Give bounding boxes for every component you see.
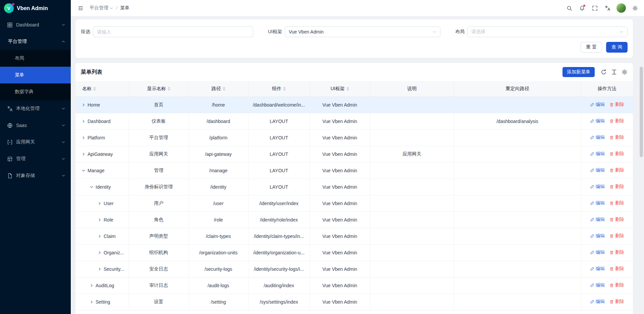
edit-button[interactable]: 编辑	[590, 299, 605, 305]
sidebar-item[interactable]: Saas	[0, 117, 71, 134]
column-header-component[interactable]: 组件	[248, 81, 310, 97]
edit-button[interactable]: 编辑	[590, 282, 605, 288]
table-row[interactable]: Setting设置/setting/sys/settings/indexVue …	[75, 294, 633, 310]
delete-label: 删除	[615, 134, 624, 140]
delete-button[interactable]: 删除	[609, 249, 624, 255]
edit-button[interactable]: 编辑	[590, 249, 605, 255]
page-scrollbar[interactable]	[640, 16, 643, 311]
edit-button[interactable]: 编辑	[590, 102, 605, 108]
expand-row-icon[interactable]	[98, 218, 102, 222]
edit-button[interactable]: 编辑	[590, 167, 605, 173]
delete-button[interactable]: 删除	[609, 184, 624, 190]
edit-button[interactable]: 编辑	[590, 151, 605, 157]
delete-button[interactable]: 删除	[609, 102, 624, 108]
column-settings-icon[interactable]	[622, 69, 628, 75]
app-logo[interactable]: V Vben Admin	[0, 0, 71, 16]
table-row[interactable]: User用户/user/identity/user/indexVue Vben …	[75, 195, 633, 211]
delete-button[interactable]: 删除	[609, 118, 624, 124]
cell-redirect	[454, 211, 581, 228]
expand-row-icon[interactable]	[82, 136, 86, 140]
layout-select[interactable]: 请选择	[467, 26, 628, 37]
cell-redirect	[454, 261, 581, 277]
edit-button[interactable]: 编辑	[590, 184, 605, 190]
ui-framework-select[interactable]: Vue Vben Admin	[285, 26, 440, 37]
cell-description	[370, 261, 454, 277]
sidebar-item[interactable]: 平台管理	[0, 33, 71, 50]
table-row[interactable]: Platform平台管理/platformLAYOUTVue Vben Admi…	[75, 129, 633, 146]
collapse-row-icon[interactable]	[90, 185, 94, 189]
sidebar-fold-icon[interactable]	[75, 2, 86, 14]
delete-button[interactable]: 删除	[609, 134, 624, 140]
cell-description	[370, 294, 454, 310]
delete-button[interactable]: 删除	[609, 151, 624, 157]
breadcrumb-item-parent[interactable]: 平台管理	[90, 5, 113, 11]
sidebar-item[interactable]: 对象存储	[0, 167, 71, 184]
row-height-icon[interactable]	[611, 69, 617, 75]
keyword-input[interactable]	[93, 26, 253, 37]
sidebar-item[interactable]: Dashboard	[0, 16, 71, 33]
expand-row-icon[interactable]	[90, 300, 94, 304]
expand-row-icon[interactable]	[82, 152, 86, 156]
expand-row-icon[interactable]	[98, 267, 102, 271]
cell-ui-framework: Vue Vben Admin	[310, 294, 370, 310]
delete-button[interactable]: 删除	[609, 233, 624, 239]
expand-row-icon[interactable]	[90, 284, 94, 288]
settings-icon[interactable]	[629, 2, 641, 14]
table-row[interactable]: Manage管理/manageLAYOUTVue Vben Admin编辑删除	[75, 162, 633, 179]
fullscreen-icon[interactable]	[589, 2, 600, 14]
reset-button[interactable]: 重 置	[581, 42, 602, 53]
search-button[interactable]: 查 询	[606, 42, 628, 53]
table-row[interactable]: Role角色/role/identity/role/indexVue Vben …	[75, 211, 633, 228]
expand-row-icon[interactable]	[82, 103, 86, 107]
sidebar-item[interactable]: 数据字典	[0, 83, 71, 100]
delete-button[interactable]: 删除	[609, 282, 624, 288]
edit-button[interactable]: 编辑	[590, 134, 605, 140]
edit-button[interactable]: 编辑	[590, 233, 605, 239]
edit-button[interactable]: 编辑	[590, 216, 605, 223]
table-row[interactable]: Dashboard仪表板/dashboardLAYOUTVue Vben Adm…	[75, 113, 633, 129]
cell-name: Manage	[75, 162, 129, 179]
notification-icon[interactable]	[576, 2, 588, 14]
delete-button[interactable]: 删除	[609, 167, 624, 173]
edit-button[interactable]: 编辑	[590, 266, 605, 272]
refresh-icon[interactable]	[601, 69, 607, 75]
table-row[interactable]: Organiz...组织机构/organization-units/identi…	[75, 244, 633, 261]
expand-row-icon[interactable]	[98, 234, 102, 238]
table-row[interactable]: Claim声明类型/claim-types/identity/claim-typ…	[75, 228, 633, 244]
sidebar-item[interactable]: 本地化管理	[0, 100, 71, 117]
sidebar-item[interactable]: 菜单	[0, 67, 71, 83]
expand-row-icon[interactable]	[82, 119, 86, 123]
table-row[interactable]: ApiGateway应用网关/api-gatewayLAYOUTVue Vben…	[75, 146, 633, 162]
expand-row-icon[interactable]	[98, 251, 102, 255]
user-avatar[interactable]	[616, 3, 626, 13]
cell-name: Home	[75, 97, 129, 113]
sidebar-item[interactable]: 布局	[0, 50, 71, 67]
add-menu-button[interactable]: 添加新菜单	[562, 67, 595, 77]
table-row[interactable]: Home首页/home/dashboard/welcome/in...Vue V…	[75, 97, 633, 113]
scrollbar-thumb[interactable]	[640, 67, 643, 157]
column-header-display-name[interactable]: 显示名称	[129, 81, 189, 97]
delete-button[interactable]: 删除	[609, 216, 624, 223]
sidebar-item[interactable]: 管理	[0, 150, 71, 167]
search-icon[interactable]	[564, 2, 575, 14]
dashboard-icon	[7, 22, 13, 28]
column-header-name[interactable]: 名称	[75, 81, 129, 97]
edit-button[interactable]: 编辑	[590, 118, 605, 124]
table-row[interactable]: Identity身份标识管理/identityLAYOUTVue Vben Ad…	[75, 179, 633, 195]
edit-button[interactable]: 编辑	[590, 200, 605, 206]
delete-button[interactable]: 删除	[609, 200, 624, 206]
chevron-up-icon	[61, 40, 65, 44]
cell-path: /role	[189, 211, 248, 228]
table-row[interactable]: AuditLog审计日志/audit-logs/auditing/indexVu…	[75, 277, 633, 294]
table-row[interactable]: Security...安全日志/security-logs/identity/s…	[75, 261, 633, 277]
column-header-path[interactable]: 路径	[189, 81, 248, 97]
delete-button[interactable]: 删除	[609, 266, 624, 272]
column-header-ui-framework[interactable]: UI框架	[310, 81, 370, 97]
sidebar-item[interactable]: 应用网关	[0, 134, 71, 150]
sort-icons	[346, 87, 349, 91]
collapse-row-icon[interactable]	[82, 169, 86, 173]
translate-icon[interactable]	[602, 2, 613, 14]
delete-button[interactable]: 删除	[609, 299, 624, 305]
expand-row-icon[interactable]	[98, 201, 102, 205]
cell-name: Dashboard	[75, 113, 129, 129]
